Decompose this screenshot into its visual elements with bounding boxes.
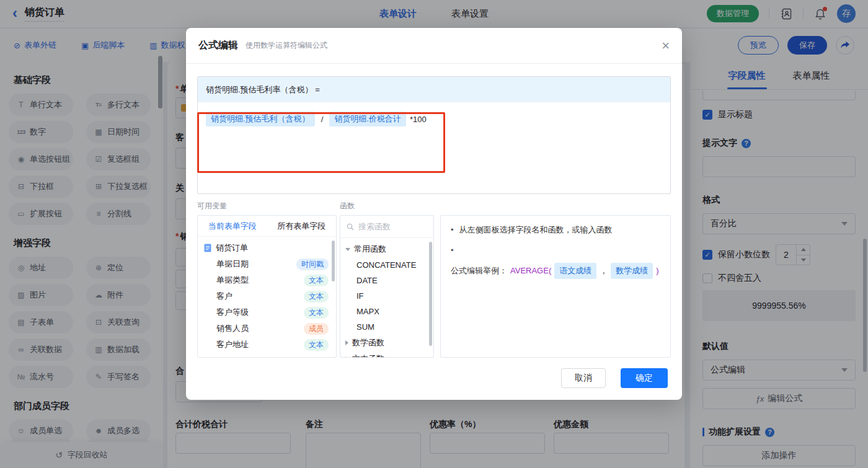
example-separator: ， <box>600 265 608 278</box>
chevron-down-icon <box>345 248 350 251</box>
hint-text: 从左侧面板选择字段名和函数，或输入函数 <box>459 224 613 237</box>
variable-item[interactable]: 单据日期时间戳 <box>198 256 336 272</box>
function-item[interactable]: CONCATENATE <box>340 257 433 273</box>
formula-editor[interactable]: 销货明细.预估毛利率（含税） = 销货明细.预估毛利（含税） / 销货明细.价税… <box>197 76 671 194</box>
close-icon[interactable]: × <box>662 39 670 53</box>
formula-target: 销货明细.预估毛利率（含税） = <box>206 84 320 95</box>
formula-field-chip[interactable]: 销货明细.预估毛利（含税） <box>206 112 315 126</box>
example-prefix: 公式编辑举例： <box>451 265 507 278</box>
modal-title: 公式编辑 <box>198 39 238 52</box>
formula-suffix: *100 <box>410 115 427 124</box>
search-icon <box>347 223 354 231</box>
function-group[interactable]: 文本函数 <box>340 351 433 358</box>
variable-name: 单据类型 <box>216 275 249 286</box>
cancel-button[interactable]: 取消 <box>561 368 606 388</box>
variables-tabs: 当前表单字段 所有表单字段 <box>198 216 336 237</box>
field-type-badge: 文本 <box>304 339 329 351</box>
field-type-badge: 文本 <box>304 307 329 319</box>
example-function-close: ) <box>656 265 658 278</box>
formula-target-line: 销货明细.预估毛利率（含税） = <box>198 77 670 102</box>
field-type-badge: 时间戳 <box>296 258 329 270</box>
function-search-input[interactable]: 搜索函数 <box>340 216 433 238</box>
variable-root-label: 销货订单 <box>216 242 248 254</box>
formula-editor-modal: 公式编辑 使用数学运算符编辑公式 × 销货明细.预估毛利率（含税） = 销货明细… <box>186 28 682 400</box>
variable-item[interactable]: 客户地址文本 <box>198 337 336 353</box>
confirm-button[interactable]: 确定 <box>621 368 668 388</box>
function-group[interactable]: 常用函数 <box>340 241 433 257</box>
hint-line: • 从左侧面板选择字段名和函数，或输入函数 <box>451 224 660 237</box>
chevron-right-icon <box>345 340 348 345</box>
variable-item[interactable]: 单据类型文本 <box>198 272 336 288</box>
function-item[interactable]: MAPX <box>340 304 433 319</box>
function-group-label: 文本函数 <box>352 353 384 358</box>
function-item[interactable]: DATE <box>340 273 433 288</box>
function-group-label: 数学函数 <box>352 337 384 348</box>
variables-pane: 当前表单字段 所有表单字段 销货订单单据日期时间戳单据类型文本客户文本客户等级文… <box>197 215 337 358</box>
modal-header: 公式编辑 使用数学运算符编辑公式 × <box>186 28 682 64</box>
formula-field-chip[interactable]: 销货明细.价税合计 <box>329 112 406 126</box>
variable-tree-root[interactable]: 销货订单 <box>198 240 336 256</box>
function-item[interactable]: IF <box>340 288 433 304</box>
tab-all-form-fields[interactable]: 所有表单字段 <box>267 216 337 236</box>
hint-example-line: • 公式编辑举例： AVERAGE( 语文成绩 ， 数学成绩 ) <box>451 244 660 280</box>
formula-operator: / <box>321 115 324 124</box>
functions-label: 函数 <box>340 201 355 211</box>
field-type-badge: 文本 <box>304 291 329 302</box>
tab-current-form-fields[interactable]: 当前表单字段 <box>198 216 267 236</box>
functions-pane: 搜索函数 常用函数CONCATENATEDATEIFMAPXSUM数学函数文本函… <box>340 215 434 358</box>
variable-name: 客户等级 <box>216 307 249 318</box>
bullet: • <box>451 224 454 237</box>
variable-item[interactable]: 客户等级文本 <box>198 304 336 320</box>
function-group[interactable]: 数学函数 <box>340 335 433 351</box>
variable-name: 销售人员 <box>216 323 249 334</box>
variable-name: 单据日期 <box>216 258 249 270</box>
variable-name: 客户 <box>216 291 232 302</box>
example-field-chip: 数学成绩 <box>611 263 653 280</box>
function-group-label: 常用函数 <box>354 244 386 255</box>
variables-label: 可用变量 <box>197 201 340 211</box>
hints-pane: • 从左侧面板选择字段名和函数，或输入函数 • 公式编辑举例： AVERAGE(… <box>440 215 671 358</box>
modal-subtitle: 使用数学运算符编辑公式 <box>246 40 327 51</box>
variable-item[interactable]: 销售人员成员 <box>198 320 336 337</box>
pane-labels: 可用变量 函数 <box>197 201 671 211</box>
app: ‹ 销货订单 表单设计 表单设置 数据管理 <box>0 0 868 468</box>
example-field-chip: 语文成绩 <box>554 263 596 280</box>
modal-footer: 取消 确定 <box>197 368 671 388</box>
variable-item[interactable]: 客户文本 <box>198 288 336 304</box>
chevron-right-icon <box>345 356 348 358</box>
formula-expression-line: 销货明细.预估毛利（含税） / 销货明细.价税合计 *100 <box>206 112 662 126</box>
variable-name: 客户地址 <box>216 339 249 350</box>
example-function-open: AVERAGE( <box>510 265 551 278</box>
search-placeholder: 搜索函数 <box>358 221 391 232</box>
form-doc-icon <box>204 244 211 252</box>
field-type-badge: 文本 <box>304 275 329 286</box>
field-type-badge: 成员 <box>304 323 329 335</box>
bullet: • <box>451 244 454 257</box>
function-item[interactable]: SUM <box>340 319 433 335</box>
functions-scrollbar[interactable] <box>429 242 432 346</box>
variables-scrollbar[interactable] <box>332 241 335 281</box>
